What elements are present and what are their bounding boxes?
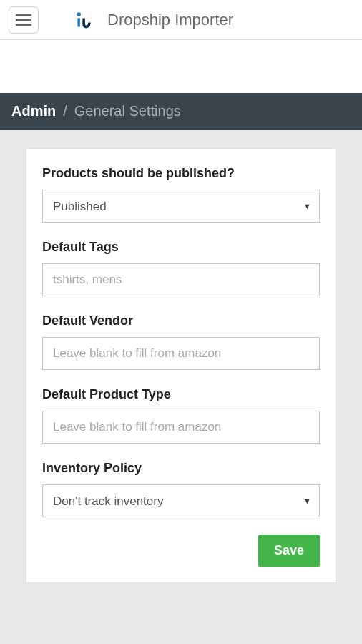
app-title: Dropship Importer [107,11,233,29]
vendor-label: Default Vendor [42,313,320,328]
inventory-label: Inventory Policy [42,461,320,476]
tags-group: Default Tags [42,240,320,296]
svg-point-0 [77,12,81,16]
menu-button[interactable] [9,6,39,34]
app-logo-icon [74,10,94,30]
published-label: Products should be published? [42,166,320,181]
header: Dropship Importer [0,0,362,40]
breadcrumb: Admin / General Settings [0,93,362,130]
published-select[interactable]: Published [42,190,320,223]
product-type-input[interactable] [42,411,320,444]
logo [74,10,94,30]
inventory-group: Inventory Policy Don't track inventory ▼ [42,461,320,517]
product-type-group: Default Product Type [42,387,320,444]
settings-card: Products should be published? Published … [26,148,336,583]
inventory-select[interactable]: Don't track inventory [42,484,320,517]
vendor-group: Default Vendor [42,313,320,370]
breadcrumb-root[interactable]: Admin [11,103,56,119]
save-button[interactable]: Save [258,535,320,567]
tags-input[interactable] [42,263,320,296]
button-row: Save [42,535,320,567]
published-group: Products should be published? Published … [42,166,320,223]
vendor-input[interactable] [42,337,320,370]
content: Products should be published? Published … [0,130,362,602]
breadcrumb-current: General Settings [74,103,181,119]
breadcrumb-separator: / [63,103,67,119]
product-type-label: Default Product Type [42,387,320,402]
header-spacer [0,40,362,93]
tags-label: Default Tags [42,240,320,255]
